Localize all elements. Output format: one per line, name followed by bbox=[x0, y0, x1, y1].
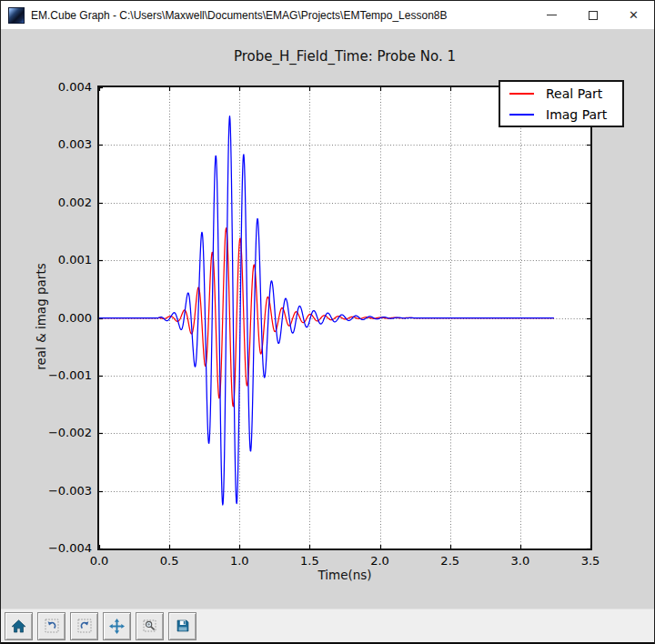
imag-part-line-swatch bbox=[509, 114, 534, 116]
titlebar: EM.Cube Graph - C:\Users\Maxwell\Documen… bbox=[1, 1, 654, 29]
y-tick-label: −0.003 bbox=[48, 484, 92, 498]
x-tick-label: 0.5 bbox=[160, 554, 179, 568]
axes bbox=[97, 86, 592, 550]
x-tick-label: 2.5 bbox=[440, 554, 459, 568]
real-part-line-swatch bbox=[509, 93, 534, 95]
close-button[interactable]: ✕ bbox=[613, 1, 654, 29]
figure: Probe_H_Field_Time: Probe No. 1 real & i… bbox=[1, 29, 654, 609]
x-tick-label: 3.0 bbox=[511, 554, 530, 568]
app-icon[interactable] bbox=[8, 7, 25, 24]
home-button[interactable] bbox=[5, 612, 33, 640]
pan-move-icon bbox=[109, 619, 125, 634]
home-icon bbox=[11, 619, 26, 634]
y-tick-label: −0.004 bbox=[48, 541, 92, 555]
x-tick-label: 2.0 bbox=[370, 554, 389, 568]
save-floppy-icon bbox=[176, 619, 190, 633]
legend: Real Part Imag Part bbox=[499, 80, 624, 127]
y-tick-label: 0.000 bbox=[58, 311, 92, 325]
y-axis-label: real & imag parts bbox=[34, 263, 48, 369]
zoom-button[interactable] bbox=[136, 612, 164, 640]
save-button[interactable] bbox=[168, 612, 196, 640]
app-window: EM.Cube Graph - C:\Users\Maxwell\Documen… bbox=[0, 0, 655, 644]
back-button[interactable] bbox=[37, 612, 66, 640]
y-tick-label: −0.002 bbox=[48, 426, 92, 439]
legend-label-real: Real Part bbox=[546, 86, 602, 101]
back-arrow-icon bbox=[45, 619, 59, 633]
x-tick-label: 1.0 bbox=[230, 554, 249, 568]
pan-button[interactable] bbox=[103, 612, 131, 640]
x-tick-label: 0.0 bbox=[90, 554, 109, 568]
y-tick-label: 0.004 bbox=[58, 80, 92, 94]
close-icon: ✕ bbox=[629, 9, 639, 21]
x-tick-label: 3.5 bbox=[581, 554, 600, 568]
navigation-toolbar bbox=[1, 609, 654, 642]
maximize-icon bbox=[589, 11, 598, 20]
legend-row-imag: Imag Part bbox=[509, 107, 622, 122]
y-tick-label: −0.001 bbox=[48, 368, 92, 382]
y-tick-label: 0.002 bbox=[58, 196, 92, 209]
y-tick-label: 0.001 bbox=[58, 253, 92, 267]
forward-button[interactable] bbox=[70, 612, 98, 640]
legend-label-imag: Imag Part bbox=[546, 107, 607, 122]
forward-arrow-icon bbox=[77, 619, 92, 633]
maximize-button[interactable] bbox=[572, 1, 613, 29]
window-title: EM.Cube Graph - C:\Users\Maxwell\Documen… bbox=[31, 9, 448, 22]
y-tick-label: 0.003 bbox=[58, 137, 92, 151]
window-controls: ✕ bbox=[531, 1, 654, 29]
x-axis-label: Time(ns) bbox=[317, 568, 371, 582]
minimize-icon bbox=[547, 15, 557, 15]
plot-canvas[interactable] bbox=[99, 87, 590, 548]
zoom-rect-icon bbox=[143, 619, 157, 633]
x-tick-label: 1.5 bbox=[300, 554, 319, 568]
legend-row-real: Real Part bbox=[509, 86, 622, 101]
minimize-button[interactable] bbox=[531, 1, 572, 29]
plot-title: Probe_H_Field_Time: Probe No. 1 bbox=[234, 48, 456, 65]
